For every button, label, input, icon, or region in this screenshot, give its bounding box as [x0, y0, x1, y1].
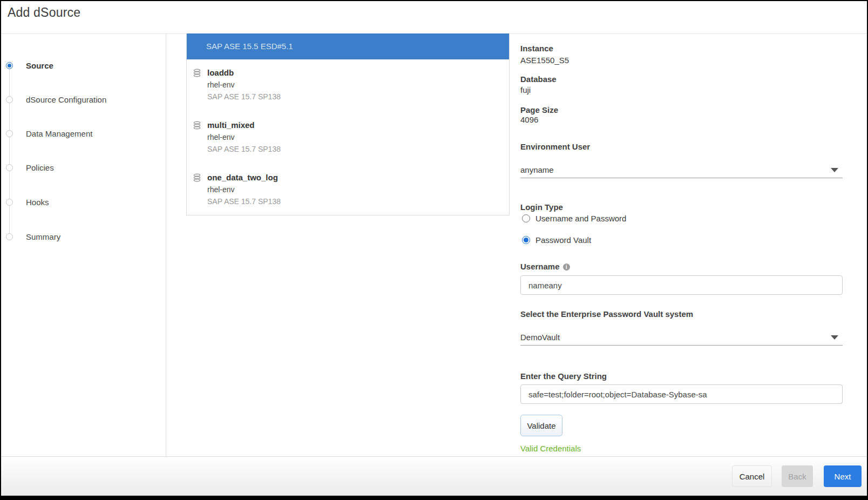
step-label: dSource Configuration — [26, 95, 106, 104]
database-label: Database — [520, 75, 557, 84]
username-label-text: Username — [520, 262, 560, 271]
database-environment: rhel-env — [207, 131, 509, 143]
source-detail-panel: Instance ASE1550_S5 Database fuji Page S… — [510, 33, 867, 456]
step-data-management[interactable]: Data Management — [1, 128, 166, 139]
list-item-multi-mixed[interactable]: multi_mixed rhel-env SAP ASE 15.7 SP138 — [187, 112, 509, 164]
radio-label: Password Vault — [535, 235, 591, 245]
step-source[interactable]: Source — [1, 60, 166, 71]
wizard-footer: Cancel Back Next — [1, 456, 867, 496]
login-type-label: Login Type — [520, 202, 563, 212]
radio-username-password[interactable]: Username and Password — [522, 213, 626, 223]
step-label: Policies — [26, 163, 54, 172]
step-connector-line — [9, 67, 10, 235]
step-dsource-configuration[interactable]: dSource Configuration — [1, 94, 166, 105]
radio-icon — [522, 214, 530, 222]
selected-instance-row[interactable]: SAP ASE 15.5 ESD#5.1 — [187, 33, 509, 59]
database-icon — [193, 173, 201, 182]
database-name: one_data_two_log — [207, 172, 509, 184]
next-button[interactable]: Next — [824, 465, 862, 487]
page-title: Add dSource — [8, 5, 80, 20]
vault-system-value: DemoVault — [520, 333, 560, 342]
cancel-button[interactable]: Cancel — [732, 465, 772, 487]
step-radio-icon — [6, 233, 13, 240]
database-version: SAP ASE 15.7 SP138 — [207, 91, 509, 103]
radio-password-vault[interactable]: Password Vault — [522, 235, 591, 245]
chevron-down-icon — [831, 168, 838, 172]
list-item-loaddb[interactable]: loaddb rhel-env SAP ASE 15.7 SP138 — [187, 59, 509, 112]
step-radio-icon — [6, 199, 13, 206]
environment-user-label: Environment User — [520, 142, 590, 151]
step-label: Summary — [26, 232, 60, 241]
radio-icon — [522, 236, 530, 244]
username-label: Usernamei — [520, 262, 570, 271]
radio-label: Username and Password — [535, 214, 626, 223]
environment-user-value: anyname — [520, 165, 554, 174]
credentials-status-text: Valid Credentials — [520, 444, 581, 453]
step-policies[interactable]: Policies — [1, 162, 166, 173]
step-radio-icon — [6, 164, 13, 171]
username-input[interactable] — [520, 275, 843, 295]
database-environment: rhel-env — [207, 79, 509, 91]
info-icon[interactable]: i — [563, 263, 570, 271]
database-icon — [193, 121, 201, 130]
database-value: fuji — [520, 85, 531, 94]
page-size-value: 4096 — [520, 115, 538, 124]
instance-value: ASE1550_S5 — [520, 56, 569, 65]
source-list-panel: SAP ASE 15.5 ESD#5.1 loaddb rhel-env SAP… — [186, 33, 510, 215]
step-summary[interactable]: Summary — [1, 231, 166, 242]
validate-button[interactable]: Validate — [520, 415, 562, 436]
list-item-one-data-two-log[interactable]: one_data_two_log rhel-env SAP ASE 15.7 S… — [187, 164, 509, 217]
step-label: Data Management — [26, 129, 92, 138]
step-hooks[interactable]: Hooks — [1, 197, 166, 207]
wizard-steps-sidebar: Source dSource Configuration Data Manage… — [1, 33, 166, 456]
step-radio-icon — [6, 130, 13, 137]
database-environment: rhel-env — [207, 184, 509, 195]
instance-label: Instance — [520, 44, 553, 53]
database-name: loaddb — [207, 67, 509, 79]
database-version: SAP ASE 15.7 SP138 — [207, 195, 509, 207]
database-name: multi_mixed — [207, 119, 509, 131]
step-label: Source — [26, 61, 53, 70]
vault-system-label: Select the Enterprise Password Vault sys… — [520, 309, 693, 319]
vault-system-select[interactable]: DemoVault — [520, 329, 843, 346]
database-version: SAP ASE 15.7 SP138 — [207, 143, 509, 155]
query-string-input[interactable] — [520, 384, 843, 404]
chevron-down-icon — [831, 335, 838, 340]
database-icon — [193, 69, 201, 77]
step-radio-icon — [6, 62, 13, 69]
step-label: Hooks — [26, 198, 49, 207]
environment-user-select[interactable]: anyname — [520, 162, 843, 178]
page-size-label: Page Size — [520, 105, 558, 114]
query-string-label: Enter the Query String — [520, 371, 607, 381]
step-radio-icon — [6, 96, 13, 103]
add-dsource-dialog: Add dSource Source dSource Configuration… — [1, 1, 867, 496]
back-button: Back — [782, 465, 813, 487]
